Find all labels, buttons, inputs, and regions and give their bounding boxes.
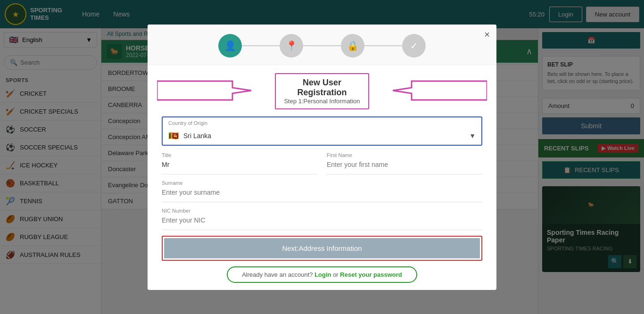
reset-password-link[interactable]: Reset your password [340, 271, 402, 278]
country-field: Country of Origin 🇱🇰 Sri Lanka ▼ [162, 116, 482, 146]
next-button-wrapper: Next:Address Information [162, 236, 482, 261]
surname-label: Surname [162, 180, 482, 186]
login-link[interactable]: Login [314, 271, 331, 278]
step-line-2 [303, 45, 341, 46]
nic-label: NIC Number [162, 208, 482, 214]
first-name-field[interactable]: First Name [327, 152, 482, 174]
step-line-3 [364, 45, 402, 46]
step-confirm: ✓ [402, 34, 426, 58]
first-name-label: First Name [327, 152, 482, 158]
title-label: Title [162, 152, 317, 158]
registration-title: New User Registration [283, 78, 361, 98]
surname-field[interactable]: Surname [162, 180, 482, 202]
registration-form: Country of Origin 🇱🇰 Sri Lanka ▼ Title M… [148, 112, 496, 290]
nic-field[interactable]: NIC Number [162, 208, 482, 230]
right-arrow-decoration [393, 79, 487, 103]
title-value: Mr [162, 161, 317, 168]
registration-modal: × 👤 📍 🔒 ✓ New User Registration Step 1:P… [148, 25, 496, 290]
dropdown-arrow-icon: ▼ [469, 132, 476, 140]
next-btn-border: Next:Address Information [162, 236, 482, 261]
step-security: 🔒 [341, 34, 364, 58]
svg-marker-0 [157, 81, 251, 100]
login-link-row: Already have an account? Login or Reset … [162, 266, 482, 283]
first-name-input[interactable] [327, 161, 482, 168]
title-firstname-row: Title Mr First Name [162, 152, 482, 180]
steps-bar: 👤 📍 🔒 ✓ [148, 25, 496, 65]
country-flag: 🇱🇰 [168, 131, 179, 141]
modal-overlay[interactable]: × 👤 📍 🔒 ✓ New User Registration Step 1:P… [0, 0, 644, 314]
left-arrow-decoration [157, 79, 251, 103]
registration-step: Step 1:Personal Information [283, 98, 361, 105]
step-line-1 [242, 45, 280, 46]
already-have-account-text: Already have an account? [242, 271, 313, 278]
login-link-wrapper: Already have an account? Login or Reset … [227, 266, 417, 283]
step-personal: 👤 [218, 34, 242, 58]
svg-marker-1 [393, 81, 487, 100]
or-text: or [333, 271, 340, 278]
nic-input[interactable] [162, 216, 482, 224]
registration-title-box: New User Registration Step 1:Personal In… [275, 73, 369, 109]
modal-close-button[interactable]: × [484, 29, 490, 40]
step-address: 📍 [280, 34, 303, 58]
next-button[interactable]: Next:Address Information [164, 238, 480, 258]
title-field: Title Mr [162, 152, 317, 174]
country-value: Sri Lanka [183, 132, 464, 140]
country-label: Country of Origin [168, 120, 476, 126]
surname-input[interactable] [162, 189, 482, 196]
